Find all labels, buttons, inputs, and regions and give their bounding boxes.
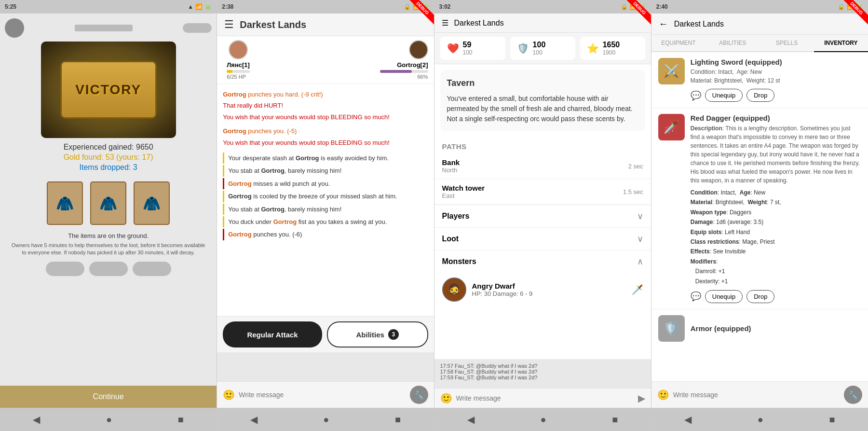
status-bar-p2: 2:38 🔒 📶 🔋 <box>217 0 434 14</box>
gray-btn-1[interactable] <box>46 262 84 276</box>
back-nav[interactable]: ◀ <box>33 414 40 425</box>
victory-scroll: VICTORY <box>60 61 157 119</box>
monsters-section[interactable]: Monsters ∧ <box>434 250 651 273</box>
player2-hp-fill <box>380 70 412 73</box>
battle-header: ☰ Darkest Lands <box>217 14 434 36</box>
unequip-sword-button[interactable]: Unequip <box>705 89 743 102</box>
square-nav-p3[interactable]: ■ <box>612 414 618 425</box>
log-line-4: Gortrog punches you. (-5) <box>223 125 428 137</box>
star-max: 1900 <box>603 49 620 56</box>
home-nav-p2[interactable]: ● <box>323 414 329 425</box>
tab-inventory[interactable]: INVENTORY <box>814 35 868 52</box>
signal-icon: ▲ <box>188 3 193 10</box>
path-bank-time: 2 sec <box>628 163 643 170</box>
chat-input-p3[interactable] <box>456 394 634 402</box>
loot-item-1: 🧥 <box>47 181 83 225</box>
drop-sword-button[interactable]: Drop <box>746 89 774 102</box>
back-nav-p2[interactable]: ◀ <box>250 414 258 425</box>
emoji-icon-p2: 🙂 <box>223 389 235 401</box>
home-nav-p3[interactable]: ● <box>541 414 546 425</box>
emoji-icon-p4: 🙂 <box>657 389 669 401</box>
players-chevron: ∨ <box>637 211 643 222</box>
menu-button-p3[interactable]: ☰ <box>442 18 448 28</box>
monster-hp-1: HP: 30 Damage: 6 - 9 <box>472 290 625 297</box>
player2-hp-bar <box>380 70 428 73</box>
location-header: ☰ Darkest Lands <box>434 14 651 33</box>
monster-avatar-1: 🧔 <box>442 278 466 302</box>
send-button-p3[interactable]: ▶ <box>638 392 645 404</box>
menu-button[interactable]: ☰ <box>224 18 234 31</box>
star-value: 1650 <box>603 41 620 49</box>
panel-battle: DEBUG 2:38 🔒 📶 🔋 ☰ Darkest Lands Лянс[1]… <box>217 0 434 431</box>
chat-input-p4[interactable] <box>673 391 840 399</box>
loot-section[interactable]: Loot ∨ <box>434 227 651 250</box>
wrench-button-p2[interactable]: 🔧 <box>410 386 428 404</box>
nav-bar-p2: ◀ ● ■ <box>217 408 434 431</box>
chat-msg-2: 17:58 Fau_ST: @Buddy what if I was 2d? <box>440 369 645 375</box>
lock-icon-p3: 🔒 <box>621 3 628 10</box>
chat-input-p2[interactable] <box>239 391 406 399</box>
continue-button[interactable]: Continue <box>0 386 217 408</box>
home-nav[interactable]: ● <box>106 414 112 425</box>
path-bank[interactable]: Bank North 2 sec <box>434 153 651 179</box>
victory-bg: VICTORY <box>41 42 176 138</box>
item-armor: 🛡️ Armor (equipped) <box>651 309 868 348</box>
log-line-12: Gortrog punches you. (-6) <box>223 229 428 240</box>
wifi-icon: 📶 <box>195 3 203 10</box>
dagger-actions: 💬 Unequip Drop <box>691 290 861 303</box>
home-nav-p4[interactable]: ● <box>758 414 763 425</box>
battle-log: Gortrog punches you hard. (-9 crit!) Tha… <box>217 84 434 316</box>
inventory-title: Darkest Lands <box>674 20 724 28</box>
dagger-name: Red Dagger (equipped) <box>691 114 861 122</box>
tab-equipment[interactable]: EQUIPMENT <box>651 35 705 52</box>
armor-name: Armor (equipped) <box>691 324 751 333</box>
path-bank-info: Bank North <box>442 158 628 174</box>
players-label: Players <box>442 212 637 221</box>
status-bar-p1: 5:25 ▲ 📶 🔋 <box>0 0 217 14</box>
battle-actions: Regular Attack Abilities 3 <box>217 316 434 352</box>
loot-chevron: ∨ <box>637 234 643 244</box>
back-nav-p4[interactable]: ◀ <box>684 414 692 425</box>
time-p2: 2:38 <box>222 3 233 10</box>
battle-players-row: Лянс[1] 6/25 HP Gortrog[2] 66% <box>217 36 434 84</box>
drop-dagger-button[interactable]: Drop <box>746 290 774 303</box>
loot-item-3: 🧥 <box>134 181 170 225</box>
square-nav[interactable]: ■ <box>178 414 184 425</box>
player1-avatar <box>229 40 248 59</box>
path-bank-dir: North <box>442 167 628 174</box>
tab-spells[interactable]: SPELLS <box>760 35 814 52</box>
monster-row-1: 🧔 Angry Dwarf HP: 30 Damage: 6 - 9 🗡️ <box>434 273 651 306</box>
inventory-body: ⚔️ Lighting Sword (equipped) Condition: … <box>651 52 868 381</box>
chat-area-p2 <box>217 352 434 381</box>
chat-input-row-p3: 🙂 ▶ <box>434 388 651 408</box>
unequip-dagger-button[interactable]: Unequip <box>705 290 743 303</box>
gray-btn-2[interactable] <box>89 262 128 276</box>
status-bar-p3: 3:02 🔒 📶 🔋 <box>434 0 651 14</box>
attack-monster-icon[interactable]: 🗡️ <box>631 284 643 295</box>
chat-icon-sword[interactable]: 💬 <box>691 90 701 101</box>
gold-label: Gold found: 53 (yours: 17) <box>64 153 153 162</box>
location-title-header: Darkest Lands <box>454 19 504 28</box>
path-watchtower-time: 1.5 sec <box>623 188 643 195</box>
log-line-9: Gortrog is cooled by the breeze of your … <box>223 191 428 202</box>
players-section[interactable]: Players ∨ <box>434 205 651 227</box>
square-nav-p4[interactable]: ■ <box>829 414 835 425</box>
battle-title: Darkest Lands <box>240 19 426 30</box>
path-watchtower-name: Watch tower <box>442 184 623 192</box>
back-button-p4[interactable]: ← <box>659 18 668 29</box>
square-nav-p2[interactable]: ■ <box>395 414 401 425</box>
attack-button[interactable]: Regular Attack <box>223 321 322 348</box>
path-watchtower-info: Watch tower East <box>442 184 623 199</box>
player2-avatar <box>409 40 428 59</box>
tab-abilities[interactable]: ABILITIES <box>705 35 760 52</box>
abilities-badge: 3 <box>388 329 399 340</box>
shield-card: 🛡️ 100 100 <box>510 37 575 60</box>
wrench-button-p4[interactable]: 🔧 <box>844 386 862 404</box>
chat-icon-dagger[interactable]: 💬 <box>691 291 701 302</box>
log-line-11: You duck under Gortrog fist as you takes… <box>223 216 428 227</box>
path-watchtower[interactable]: Watch tower East 1.5 sec <box>434 179 651 205</box>
victory-label: VICTORY <box>75 82 141 97</box>
back-nav-p3[interactable]: ◀ <box>467 414 475 425</box>
abilities-button[interactable]: Abilities 3 <box>327 321 428 348</box>
gray-btn-3[interactable] <box>133 262 171 276</box>
